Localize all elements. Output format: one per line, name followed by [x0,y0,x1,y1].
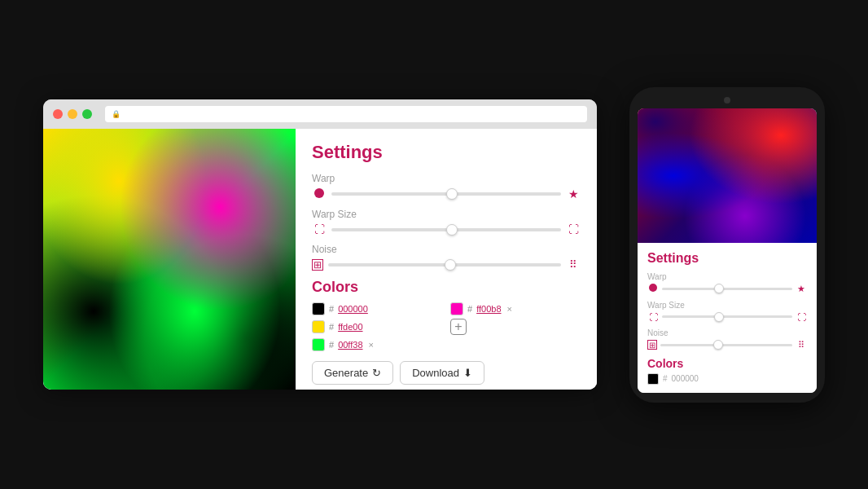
color-swatch-0[interactable] [312,302,325,315]
phone-warpsize-slider-row: ⛶ ⛶ [647,312,807,322]
scene: 🔒 Settings Warp [0,0,868,489]
noise-slider-thumb[interactable] [445,259,456,271]
gradient-preview [43,129,296,390]
phone-warp-max-icon: ★ [796,284,807,294]
phone-noise-min-icon: ⊞ [647,340,657,350]
color-swatch-2[interactable] [312,320,325,333]
phone-warpsize-track[interactable] [662,315,792,318]
lock-icon: 🔒 [112,110,121,118]
color-hash-0: # [329,304,334,314]
phone-noise-max-icon: ⠿ [796,340,807,350]
settings-title: Settings [312,142,581,163]
generate-icon: ↻ [372,367,381,379]
phone-color-value-0[interactable]: 000000 [672,374,699,383]
warpsize-slider-row: ⛶ ⛶ [312,223,581,236]
phone-noise-label: Noise [647,328,807,337]
phone-warpsize-max-icon: ⛶ [796,312,807,322]
phone: Settings Warp ★ Warp Size ⛶ [629,87,825,403]
warp-setting: Warp ★ [312,173,581,200]
settings-panel: Settings Warp ★ W [296,129,597,390]
warp-slider-row: ★ [312,187,581,200]
noise-setting: Noise ⊞ ⠿ [312,244,581,271]
download-button[interactable]: Download ⬇ [400,361,484,385]
color-hash-3: # [329,340,334,350]
phone-warp-thumb[interactable] [714,284,724,293]
color-grid: # 000000 # ff00b8 × # ffde00 [312,302,581,351]
color-item-3: # 00ff38 × [312,338,442,351]
color-remove-3[interactable]: × [369,340,374,350]
noise-label: Noise [312,244,581,255]
warpsize-label: Warp Size [312,209,581,220]
phone-warp-label: Warp [647,272,807,281]
close-button[interactable] [53,109,63,119]
color-remove-1[interactable]: × [507,304,512,314]
action-buttons: Generate ↻ Download ⬇ [312,361,581,385]
noise-slider-track[interactable] [328,263,561,267]
color-value-2[interactable]: ffde00 [338,322,362,332]
color-swatch-3[interactable] [312,338,325,351]
color-item-0: # 000000 [312,302,442,315]
phone-noise-track[interactable] [660,344,792,346]
color-value-3[interactable]: 00ff38 [338,340,362,350]
phone-warp-slider-row: ★ [647,284,807,294]
phone-gradient-preview [638,108,817,243]
browser-titlebar: 🔒 [43,99,597,129]
warp-slider-track[interactable] [331,192,561,196]
phone-color-swatch-0[interactable] [647,373,659,385]
phone-warpsize-label: Warp Size [647,301,807,310]
phone-screen: Settings Warp ★ Warp Size ⛶ [638,108,817,393]
phone-warp-track[interactable] [662,288,792,290]
warp-slider-thumb[interactable] [446,188,458,200]
phone-noise-slider-row: ⊞ ⠿ [647,340,807,350]
phone-color-hash-0: # [663,374,668,383]
address-bar[interactable]: 🔒 [105,106,587,122]
warpsize-max-icon: ⛶ [566,223,581,236]
phone-color-item-0: # 000000 [647,373,807,385]
phone-warp-min-icon [647,284,659,293]
phone-settings-title: Settings [647,251,807,266]
warp-min-icon [312,187,327,200]
warpsize-slider-track[interactable] [331,228,561,231]
color-value-1[interactable]: ff00b8 [476,304,501,314]
browser-window: 🔒 Settings Warp [43,99,597,390]
phone-noise-thumb[interactable] [713,340,723,350]
phone-warpsize-thumb[interactable] [714,312,724,322]
colors-title: Colors [312,279,581,296]
download-icon: ⬇ [463,367,472,379]
color-value-0[interactable]: 000000 [338,304,368,314]
phone-camera [724,97,730,104]
color-item-2: # ffde00 [312,319,442,335]
phone-settings-panel: Settings Warp ★ Warp Size ⛶ [638,243,817,393]
color-item-1: # ff00b8 × [450,302,581,315]
warp-label: Warp [312,173,581,184]
color-swatch-1[interactable] [450,302,463,315]
browser-content: Settings Warp ★ W [43,129,597,390]
color-hash-1: # [467,304,472,314]
phone-colors-title: Colors [647,357,807,370]
warpsize-slider-thumb[interactable] [446,224,458,236]
generate-label: Generate [324,367,368,379]
warpsize-setting: Warp Size ⛶ ⛶ [312,209,581,236]
warp-max-icon: ★ [566,187,581,200]
add-color-button[interactable]: + [450,319,467,335]
minimize-button[interactable] [68,109,77,119]
phone-warpsize-min-icon: ⛶ [647,312,659,322]
generate-button[interactable]: Generate ↻ [312,361,393,385]
maximize-button[interactable] [82,109,92,119]
warpsize-min-icon: ⛶ [312,223,327,236]
color-hash-2: # [329,322,334,332]
noise-min-icon: ⊞ [312,259,323,271]
noise-max-icon: ⠿ [566,258,581,271]
download-label: Download [412,367,459,379]
noise-slider-row: ⊞ ⠿ [312,258,581,271]
